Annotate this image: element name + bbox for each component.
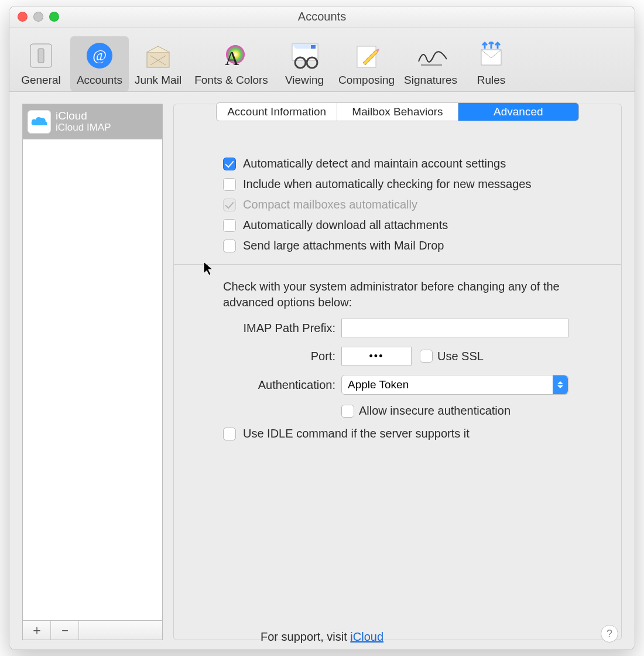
- composing-icon: [351, 40, 382, 71]
- preferences-toolbar: General @ Accounts Junk Mail A Fonts & C…: [9, 28, 635, 92]
- preferences-window: Accounts General @ Accounts Junk Mail A …: [9, 6, 635, 650]
- account-name: iCloud: [56, 110, 111, 122]
- input-imap-prefix[interactable]: [341, 319, 568, 337]
- tab-account-info[interactable]: Account Information: [217, 103, 337, 121]
- advanced-checkboxes: Automatically detect and maintain accoun…: [223, 157, 606, 252]
- label-use-ssl: Use SSL: [437, 350, 484, 363]
- toolbar-label: General: [21, 74, 61, 87]
- advanced-note: Check with your system administrator bef…: [223, 279, 574, 310]
- minimize-window-button[interactable]: [33, 12, 43, 22]
- svg-rect-4: [147, 52, 169, 67]
- detail-tabs: Account Information Mailbox Behaviors Ad…: [216, 102, 579, 121]
- label-imap-prefix: IMAP Path Prefix:: [223, 322, 341, 335]
- select-auth-value: Apple Token: [348, 378, 409, 391]
- input-port[interactable]: [341, 347, 412, 365]
- advanced-form: IMAP Path Prefix: Port: Use SSL Authenti…: [223, 319, 606, 418]
- row-allow-insecure: Allow insecure authentication: [223, 404, 606, 418]
- titlebar: Accounts: [9, 6, 635, 28]
- checkbox-auto-detect[interactable]: [223, 158, 236, 170]
- viewing-icon: [289, 40, 320, 71]
- check-download-attach: Automatically download all attachments: [223, 218, 606, 232]
- toolbar-signatures[interactable]: Signatures: [399, 36, 462, 91]
- select-auth[interactable]: Apple Token: [341, 375, 568, 395]
- row-allow-insecure-inner: Allow insecure authentication: [341, 404, 511, 418]
- junk-icon: [142, 40, 174, 71]
- check-label: Compact mailboxes automatically: [243, 198, 417, 211]
- window-controls: [18, 12, 59, 22]
- divider: [174, 264, 621, 265]
- toolbar-composing[interactable]: Composing: [334, 36, 399, 91]
- checkbox-mail-drop[interactable]: [223, 240, 236, 252]
- row-use-ssl: Use SSL: [420, 350, 484, 363]
- icloud-icon: [28, 110, 51, 134]
- toolbar-general[interactable]: General: [12, 36, 70, 91]
- zoom-window-button[interactable]: [49, 12, 59, 22]
- account-list[interactable]: iCloud iCloud IMAP: [22, 104, 163, 620]
- toolbar-label: Junk Mail: [135, 74, 181, 87]
- label-allow-insecure: Allow insecure authentication: [359, 404, 511, 418]
- svg-rect-10: [311, 45, 316, 49]
- close-window-button[interactable]: [18, 12, 28, 22]
- checkbox-download-attach[interactable]: [223, 219, 236, 232]
- row-port: Port: Use SSL: [223, 347, 606, 365]
- support-link[interactable]: iCloud: [350, 630, 383, 643]
- window-title: Accounts: [298, 10, 346, 23]
- toolbar-label: Fonts & Colors: [194, 74, 268, 87]
- help-button[interactable]: ?: [601, 625, 618, 643]
- label-port: Port:: [223, 350, 341, 363]
- tab-mailbox-behaviors[interactable]: Mailbox Behaviors: [337, 103, 458, 121]
- checkbox-use-idle[interactable]: [223, 428, 236, 440]
- toolbar-label: Accounts: [77, 74, 122, 87]
- toolbar-label: Signatures: [404, 74, 457, 87]
- account-sub: iCloud IMAP: [56, 122, 111, 134]
- check-include-auto: Include when automatically checking for …: [223, 177, 606, 191]
- toolbar-label: Composing: [338, 74, 395, 87]
- svg-rect-1: [38, 49, 44, 63]
- check-mail-drop: Send large attachments with Mail Drop: [223, 239, 606, 252]
- toolbar-fonts[interactable]: A Fonts & Colors: [187, 36, 275, 91]
- label-use-idle: Use IDLE command if the server supports …: [243, 427, 470, 440]
- signatures-icon: [415, 40, 447, 71]
- toolbar-junk[interactable]: Junk Mail: [129, 36, 187, 91]
- check-label: Automatically detect and maintain accoun…: [243, 157, 506, 170]
- label-auth: Authentication:: [223, 378, 341, 392]
- check-label: Automatically download all attachments: [243, 218, 448, 232]
- toolbar-accounts[interactable]: @ Accounts: [70, 36, 129, 91]
- general-icon: [25, 40, 57, 71]
- check-compact: Compact mailboxes automatically: [223, 198, 606, 211]
- toolbar-rules[interactable]: Rules: [462, 36, 520, 91]
- row-imap-prefix: IMAP Path Prefix:: [223, 319, 606, 337]
- check-auto-detect: Automatically detect and maintain accoun…: [223, 157, 606, 170]
- tab-advanced[interactable]: Advanced: [458, 103, 578, 121]
- account-row-icloud[interactable]: iCloud iCloud IMAP: [23, 104, 162, 139]
- rules-icon: [475, 40, 507, 71]
- account-detail-panel: Account Information Mailbox Behaviors Ad…: [173, 104, 622, 640]
- checkbox-include-auto[interactable]: [223, 178, 236, 191]
- toolbar-label: Rules: [477, 74, 506, 87]
- svg-text:@: @: [93, 47, 107, 64]
- check-label: Send large attachments with Mail Drop: [243, 239, 444, 252]
- footer-text: For support, visit: [261, 630, 350, 643]
- select-handle-icon: [553, 375, 568, 394]
- accounts-sidebar: iCloud iCloud IMAP ＋ －: [22, 104, 163, 640]
- checkbox-allow-insecure[interactable]: [341, 405, 354, 418]
- fonts-icon: A: [215, 40, 247, 71]
- row-use-idle: Use IDLE command if the server supports …: [223, 427, 606, 440]
- svg-text:A: A: [225, 47, 239, 69]
- content-area: iCloud iCloud IMAP ＋ － Account Informati…: [9, 92, 635, 650]
- accounts-icon: @: [84, 40, 115, 71]
- footer: For support, visit iCloud: [9, 630, 635, 644]
- checkbox-use-ssl[interactable]: [420, 350, 433, 363]
- row-auth: Authentication: Apple Token: [223, 375, 606, 395]
- check-label: Include when automatically checking for …: [243, 177, 531, 191]
- checkbox-compact: [223, 199, 236, 211]
- toolbar-viewing[interactable]: Viewing: [275, 36, 334, 91]
- toolbar-label: Viewing: [285, 74, 324, 87]
